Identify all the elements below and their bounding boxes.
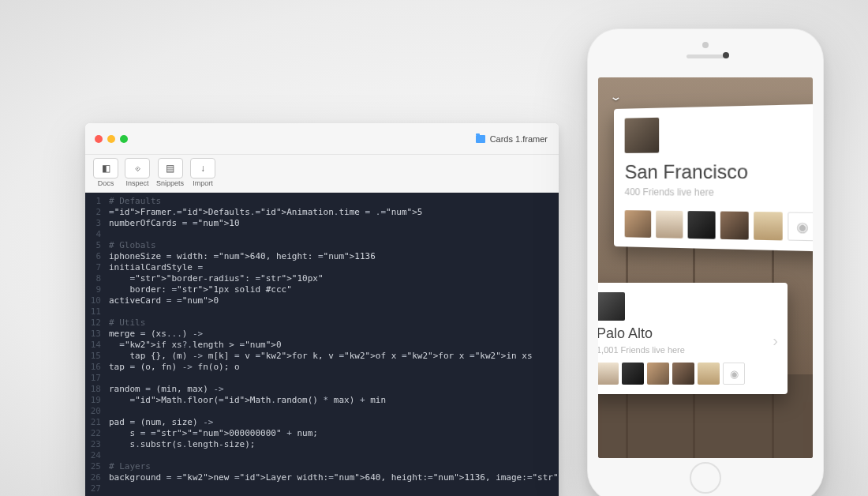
toolbar-docs-label: Docs	[98, 179, 114, 187]
file-title: Cards 1.framer	[476, 123, 548, 155]
toolbar-inspect[interactable]: ⟐ Inspect	[125, 158, 150, 187]
card-subtitle: 400 Friends live here	[625, 186, 813, 199]
folder-icon	[476, 135, 485, 143]
card-photo	[625, 118, 660, 153]
titlebar: Cards 1.framer	[85, 123, 559, 155]
phone-sensor	[702, 42, 709, 48]
toolbar-inspect-label: Inspect	[125, 179, 148, 187]
avatar[interactable]	[625, 210, 652, 238]
toolbar: ◧ Docs ⟐ Inspect ▤ Snippets ↓ Import	[85, 155, 559, 193]
avatar[interactable]	[647, 363, 669, 385]
toolbar-snippets[interactable]: ▤ Snippets	[156, 158, 184, 187]
editor-window: Cards 1.framer ◧ Docs ⟐ Inspect ▤ Snippe…	[85, 123, 559, 496]
avatar-row: ◉	[598, 363, 776, 385]
card-photo	[598, 292, 625, 321]
avatar[interactable]	[672, 363, 694, 385]
code-text[interactable]: # Defaults="id">Framer.="id">Defaults.="…	[106, 193, 559, 496]
phone-camera	[723, 52, 729, 58]
code-editor[interactable]: 1234567891011121314151617181920212223242…	[85, 193, 559, 496]
avatar-row: ◉	[625, 210, 813, 242]
eye-icon[interactable]: ◉	[788, 212, 813, 242]
toolbar-docs[interactable]: ◧ Docs	[93, 158, 118, 187]
line-gutter: 1234567891011121314151617181920212223242…	[85, 193, 106, 496]
toolbar-import[interactable]: ↓ Import	[190, 158, 215, 187]
card-title: Palo Alto	[598, 325, 776, 342]
toolbar-import-label: Import	[193, 179, 213, 187]
card-san-francisco[interactable]: San Francisco 400 Friends live here › ◉	[614, 103, 813, 252]
card-subtitle: 1,001 Friends live here	[598, 345, 776, 355]
avatar[interactable]	[598, 363, 619, 385]
eye-icon[interactable]: ◉	[723, 363, 745, 385]
card-palo-alto[interactable]: Palo Alto 1,001 Friends live here › ◉	[598, 283, 788, 394]
chevron-right-icon[interactable]: ›	[773, 331, 778, 349]
avatar[interactable]	[688, 211, 716, 239]
import-icon: ↓	[200, 163, 205, 173]
close-button[interactable]	[95, 135, 103, 143]
avatar[interactable]	[622, 363, 644, 385]
file-title-text: Cards 1.framer	[490, 134, 548, 144]
traffic-lights	[95, 135, 128, 143]
phone-screen[interactable]: ⌄ San Francisco 400 Friends live here › …	[598, 77, 813, 458]
inspect-icon: ⟐	[135, 163, 140, 173]
maximize-button[interactable]	[120, 135, 128, 143]
avatar[interactable]	[720, 212, 749, 240]
minimize-button[interactable]	[107, 135, 115, 143]
snippets-icon: ▤	[166, 163, 174, 173]
phone-device: ⌄ San Francisco 400 Friends live here › …	[587, 28, 824, 496]
toolbar-snippets-label: Snippets	[156, 179, 184, 187]
avatar[interactable]	[754, 212, 783, 240]
home-button[interactable]	[690, 462, 721, 494]
avatar[interactable]	[656, 211, 683, 239]
phone-speaker	[687, 54, 724, 58]
avatar[interactable]	[698, 363, 720, 385]
card-title: San Francisco	[625, 160, 813, 183]
docs-icon: ◧	[102, 163, 110, 173]
chevron-down-icon[interactable]: ⌄	[609, 90, 623, 103]
